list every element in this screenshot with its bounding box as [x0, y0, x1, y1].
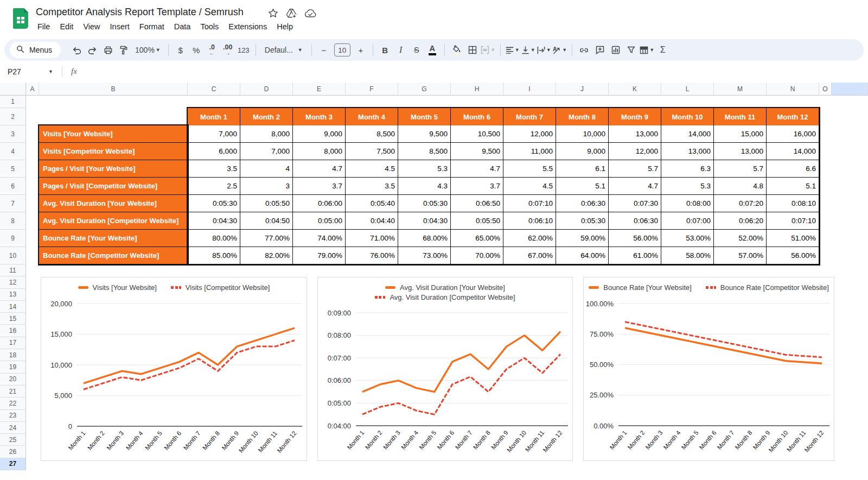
row-header-1[interactable]: 1	[0, 96, 26, 108]
month-header-cell[interactable]: Month 12	[767, 108, 819, 125]
month-header-cell[interactable]: Month 5	[398, 108, 451, 125]
document-status-icon[interactable]	[304, 9, 316, 18]
metric-value-cell[interactable]: 10,000	[556, 125, 609, 143]
metric-value-cell[interactable]: 0:07:10	[503, 195, 556, 212]
metric-value-cell[interactable]: 4.7	[609, 178, 661, 195]
row-header-20[interactable]: 20	[0, 374, 26, 386]
metric-value-cell[interactable]: 16,000	[767, 125, 819, 143]
metric-label-cell[interactable]: Avg. Visit Duration [Competitor Website]	[39, 212, 188, 230]
metric-value-cell[interactable]: 80.00%	[188, 230, 240, 247]
column-header-I[interactable]: I	[503, 83, 556, 96]
merge-cells-button[interactable]: ▼	[481, 42, 496, 58]
metric-value-cell[interactable]: 13,000	[714, 143, 767, 160]
metric-value-cell[interactable]: 0:07:20	[714, 195, 767, 212]
metric-value-cell[interactable]: 76.00%	[346, 247, 398, 264]
redo-button[interactable]	[85, 42, 100, 58]
metric-value-cell[interactable]: 4.7	[293, 160, 346, 178]
metric-value-cell[interactable]: 3.5	[188, 160, 240, 178]
create-filter-button[interactable]	[624, 42, 639, 58]
metric-value-cell[interactable]: 0:05:30	[398, 195, 451, 212]
metric-value-cell[interactable]: 71.00%	[346, 230, 398, 247]
row-header-19[interactable]: 19	[0, 361, 26, 373]
undo-button[interactable]	[69, 42, 84, 58]
metric-value-cell[interactable]: 0:07:00	[661, 212, 714, 230]
column-header-K[interactable]: K	[609, 83, 661, 96]
add-to-drive-icon[interactable]	[286, 8, 297, 18]
metric-value-cell[interactable]: 0:06:30	[556, 195, 609, 212]
borders-button[interactable]	[465, 42, 480, 58]
row-header-21[interactable]: 21	[0, 386, 26, 397]
metric-value-cell[interactable]: 9,000	[293, 125, 346, 143]
metric-label-cell[interactable]: Visits [Competitor Website]	[39, 143, 188, 160]
strikethrough-button[interactable]: S	[409, 42, 424, 58]
metric-value-cell[interactable]: 68.00%	[398, 230, 451, 247]
print-icon[interactable]	[100, 42, 116, 58]
metric-value-cell[interactable]: 8,500	[346, 125, 398, 143]
row-header-7[interactable]: 7	[0, 195, 26, 212]
row-header-6[interactable]: 6	[0, 178, 26, 195]
metric-value-cell[interactable]: 4.3	[398, 178, 451, 195]
metric-value-cell[interactable]: 7,000	[240, 143, 293, 160]
metric-value-cell[interactable]: 51.00%	[767, 230, 819, 247]
month-header-cell[interactable]: Month 11	[714, 108, 767, 125]
metric-value-cell[interactable]: 0:08:10	[767, 195, 819, 212]
metric-value-cell[interactable]: 70.00%	[451, 247, 503, 264]
paint-format-icon[interactable]	[116, 42, 131, 58]
format-currency-button[interactable]: $	[173, 42, 188, 58]
row-header-15[interactable]: 15	[0, 313, 26, 325]
metric-value-cell[interactable]: 61.00%	[609, 247, 661, 264]
metric-value-cell[interactable]: 0:06:30	[609, 212, 661, 230]
metric-value-cell[interactable]: 12,000	[503, 125, 556, 143]
chart-card-avg-visit-duration[interactable]: Avg. Visit Duration [Your Website]Avg. V…	[317, 277, 573, 461]
increase-decimal-button[interactable]: .00→	[220, 42, 235, 58]
column-header-C[interactable]: C	[188, 83, 240, 96]
document-title[interactable]: Competitor Analysis Report Template / Se…	[36, 7, 244, 18]
metric-value-cell[interactable]: 5.3	[398, 160, 451, 178]
chart-card-visits[interactable]: Visits [Your Website]Visits [Competitor …	[41, 277, 307, 461]
metric-value-cell[interactable]: 56.00%	[609, 230, 661, 247]
month-header-cell[interactable]: Month 6	[451, 108, 503, 125]
metric-value-cell[interactable]: 82.00%	[240, 247, 293, 264]
metric-value-cell[interactable]: 62.00%	[503, 230, 556, 247]
decrease-decimal-button[interactable]: .0←	[205, 42, 220, 58]
insert-comment-button[interactable]	[592, 42, 608, 58]
metric-value-cell[interactable]: 6.6	[767, 160, 819, 178]
metric-value-cell[interactable]: 52.00%	[714, 230, 767, 247]
text-rotation-button[interactable]: A ▼	[552, 42, 567, 58]
functions-button[interactable]: Σ	[655, 42, 671, 58]
metric-value-cell[interactable]: 5.3	[661, 178, 714, 195]
row-header-13[interactable]: 13	[0, 289, 26, 301]
metric-value-cell[interactable]: 14,000	[661, 125, 714, 143]
column-header-J[interactable]: J	[556, 83, 609, 96]
column-header-N[interactable]: N	[767, 83, 819, 96]
metric-value-cell[interactable]: 8,000	[240, 125, 293, 143]
chart-card-bounce-rate[interactable]: Bounce Rate [Your Website]Bounce Rate [C…	[583, 277, 834, 461]
metric-value-cell[interactable]: 0:05:30	[188, 195, 240, 212]
font-size-input[interactable]: 10	[334, 43, 350, 56]
metric-value-cell[interactable]: 0:06:00	[293, 195, 346, 212]
metric-value-cell[interactable]: 73.00%	[398, 247, 451, 264]
column-header-L[interactable]: L	[661, 83, 714, 96]
metric-value-cell[interactable]: 5.1	[556, 178, 609, 195]
menu-edit[interactable]: Edit	[55, 21, 78, 33]
row-header-14[interactable]: 14	[0, 301, 26, 313]
font-family-select[interactable]: Defaul...▼	[260, 46, 307, 54]
row-header-5[interactable]: 5	[0, 160, 26, 178]
metric-value-cell[interactable]: 0:04:30	[398, 212, 451, 230]
metric-label-cell[interactable]: Bounce Rate [Competitor Website]	[39, 247, 188, 264]
metric-value-cell[interactable]: 0:05:50	[451, 212, 503, 230]
metric-value-cell[interactable]: 0:06:10	[503, 212, 556, 230]
row-header-26[interactable]: 26	[0, 446, 26, 458]
insert-chart-button[interactable]	[608, 42, 623, 58]
menu-view[interactable]: View	[78, 21, 105, 33]
row-header-23[interactable]: 23	[0, 410, 26, 422]
month-header-cell[interactable]: Month 10	[661, 108, 714, 125]
row-header-17[interactable]: 17	[0, 337, 26, 349]
more-formats-button[interactable]: 123	[236, 42, 251, 58]
column-header-P-selected[interactable]	[832, 83, 868, 96]
row-header-22[interactable]: 22	[0, 397, 26, 409]
metric-value-cell[interactable]: 0:07:30	[609, 195, 661, 212]
metric-value-cell[interactable]: 85.00%	[188, 247, 240, 264]
column-header-G[interactable]: G	[398, 83, 451, 96]
row-header-18[interactable]: 18	[0, 349, 26, 361]
